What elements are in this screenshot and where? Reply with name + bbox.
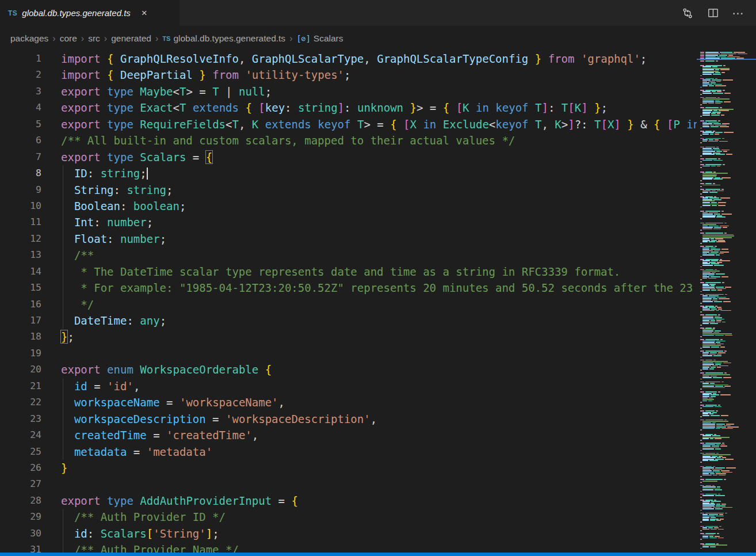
indent-guide xyxy=(63,378,63,394)
code-line-19[interactable]: 19 xyxy=(0,345,697,361)
tab-global-db-types-generated[interactable]: TS global.db.types.generated.ts × xyxy=(0,0,180,26)
line-number: 4 xyxy=(0,100,41,116)
code-line-18[interactable]: 18}; xyxy=(0,329,697,345)
line-content: * The DateTime scalar type represents da… xyxy=(41,264,620,280)
code-line-27[interactable]: 27 xyxy=(0,476,697,492)
code-line-20[interactable]: 20export enum WorkspaceOrderable { xyxy=(0,361,697,378)
code-line-28[interactable]: 28export type AddAuthProviderInput = { xyxy=(0,493,697,509)
code-line-6[interactable]: 6/** All built-in and custom scalars, ma… xyxy=(0,132,697,148)
line-number: 17 xyxy=(0,313,41,329)
line-number: 28 xyxy=(0,493,41,509)
line-number: 15 xyxy=(0,280,41,296)
line-number: 27 xyxy=(0,476,41,492)
code-line-10[interactable]: 10 Boolean: boolean; xyxy=(0,198,697,214)
indent-guide xyxy=(63,214,63,230)
line-content: export type Scalars = { xyxy=(41,149,212,165)
line-number: 29 xyxy=(0,509,41,525)
indent-guide xyxy=(63,444,63,460)
code-line-4[interactable]: 4export type Exact<T extends { [key: str… xyxy=(0,100,697,116)
code-editor[interactable]: 1import { GraphQLResolveInfo, GraphQLSca… xyxy=(0,51,697,553)
symbol-type-icon: [⊘] xyxy=(296,34,310,43)
code-line-22[interactable]: 22 workspaceName = 'workspaceName', xyxy=(0,394,697,410)
code-line-16[interactable]: 16 */ xyxy=(0,296,697,313)
breadcrumb-item-core[interactable]: core xyxy=(60,33,77,44)
line-content: id = 'id', xyxy=(41,378,140,394)
minimap[interactable] xyxy=(697,51,756,553)
code-line-3[interactable]: 3export type Maybe<T> = T | null; xyxy=(0,83,697,100)
indent-guide xyxy=(63,542,63,553)
line-number: 26 xyxy=(0,460,41,476)
editor-tab-bar: TS global.db.types.generated.ts × xyxy=(0,0,756,26)
line-content: Boolean: boolean; xyxy=(41,198,186,214)
breadcrumb-item-src[interactable]: src xyxy=(88,33,100,44)
line-number: 5 xyxy=(0,116,41,132)
indent-guide xyxy=(63,411,63,427)
line-number: 8 xyxy=(0,165,41,181)
code-line-11[interactable]: 11 Int: number; xyxy=(0,214,697,230)
line-content: workspaceDescription = 'workspaceDescrip… xyxy=(41,411,377,427)
code-line-1[interactable]: 1import { GraphQLResolveInfo, GraphQLSca… xyxy=(0,51,697,67)
code-line-23[interactable]: 23 workspaceDescription = 'workspaceDesc… xyxy=(0,411,697,427)
line-content xyxy=(41,476,61,492)
indent-guide xyxy=(63,280,63,296)
tab-bar-empty-space xyxy=(180,0,680,26)
indent-guide xyxy=(63,525,63,542)
line-content: Float: number; xyxy=(41,231,166,247)
line-number: 19 xyxy=(0,345,41,361)
indent-guide xyxy=(63,247,63,263)
code-line-15[interactable]: 15 * For example: "1985-04-12T23:20:50.5… xyxy=(0,280,697,296)
typescript-file-icon: TS xyxy=(162,35,170,42)
code-line-7[interactable]: 7export type Scalars = { xyxy=(0,149,697,165)
open-changes-button[interactable] xyxy=(680,6,695,21)
line-content: workspaceName = 'workspaceName', xyxy=(41,394,285,410)
editor-group: 1import { GraphQLResolveInfo, GraphQLSca… xyxy=(0,51,756,553)
breadcrumb-item-scalars-symbol[interactable]: [⊘] Scalars xyxy=(296,33,343,44)
breadcrumb: packages › core › src › generated › TS g… xyxy=(0,26,756,51)
code-line-14[interactable]: 14 * The DateTime scalar type represents… xyxy=(0,264,697,280)
line-number: 20 xyxy=(0,361,41,378)
line-number: 6 xyxy=(0,132,41,148)
vscode-window: TS global.db.types.generated.ts × xyxy=(0,0,756,556)
breadcrumb-separator: › xyxy=(81,33,84,44)
line-number: 16 xyxy=(0,296,41,313)
line-content: ID: string; xyxy=(41,165,148,181)
line-number: 3 xyxy=(0,83,41,100)
line-content: createdTime = 'createdTime', xyxy=(41,427,258,443)
split-editor-button[interactable] xyxy=(705,6,720,21)
line-number: 24 xyxy=(0,427,41,443)
line-number: 11 xyxy=(0,214,41,230)
line-content: Int: number; xyxy=(41,214,153,230)
line-content: } xyxy=(41,460,67,476)
code-line-5[interactable]: 5export type RequireFields<T, K extends … xyxy=(0,116,697,132)
code-line-12[interactable]: 12 Float: number; xyxy=(0,231,697,247)
code-line-24[interactable]: 24 createdTime = 'createdTime', xyxy=(0,427,697,443)
breadcrumb-item-generated[interactable]: generated xyxy=(111,33,151,44)
tab-close-icon[interactable]: × xyxy=(139,6,150,20)
code-line-2[interactable]: 2import { DeepPartial } from 'utility-ty… xyxy=(0,67,697,83)
code-line-26[interactable]: 26} xyxy=(0,460,697,476)
breadcrumb-item-filename[interactable]: TS global.db.types.generated.ts xyxy=(162,33,285,44)
split-editor-icon xyxy=(708,7,719,18)
indent-guide xyxy=(63,198,63,214)
line-content: metadata = 'metadata' xyxy=(41,444,212,460)
code-line-21[interactable]: 21 id = 'id', xyxy=(0,378,697,394)
code-line-9[interactable]: 9 String: string; xyxy=(0,182,697,198)
minimap-current-line-highlight xyxy=(697,59,756,60)
line-content: import { DeepPartial } from 'utility-typ… xyxy=(41,67,350,83)
code-line-29[interactable]: 29 /** Auth Provider ID */ xyxy=(0,509,697,525)
code-line-17[interactable]: 17 DateTime: any; xyxy=(0,313,697,329)
line-content xyxy=(41,345,61,361)
line-number: 30 xyxy=(0,525,41,542)
line-content: /** All built-in and custom scalars, map… xyxy=(41,132,515,148)
code-line-30[interactable]: 30 id: Scalars['String']; xyxy=(0,525,697,542)
code-line-8[interactable]: 8 ID: string; xyxy=(0,165,697,181)
indent-guide xyxy=(63,427,63,443)
text-cursor xyxy=(147,167,148,180)
breadcrumb-item-packages[interactable]: packages xyxy=(10,33,48,44)
line-content: /** Auth Provider Name */ xyxy=(41,542,239,553)
code-line-31[interactable]: 31 /** Auth Provider Name */ xyxy=(0,542,697,553)
code-line-13[interactable]: 13 /** xyxy=(0,247,697,263)
indent-guide xyxy=(63,231,63,247)
code-line-25[interactable]: 25 metadata = 'metadata' xyxy=(0,444,697,460)
more-actions-button[interactable]: ⋯ xyxy=(731,6,746,21)
